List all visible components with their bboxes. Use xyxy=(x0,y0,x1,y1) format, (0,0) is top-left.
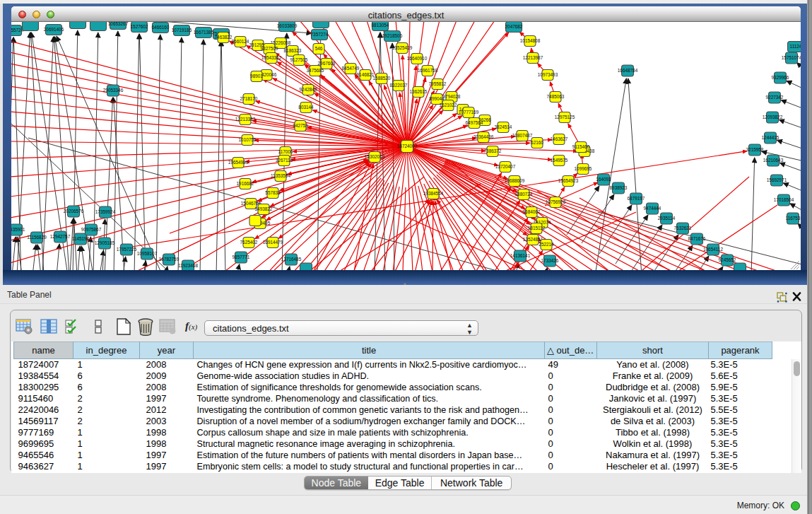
svg-text:12093822: 12093822 xyxy=(763,115,783,119)
svg-text:13525419: 13525419 xyxy=(392,45,413,50)
svg-text:16961758: 16961758 xyxy=(418,68,438,73)
svg-text:19218506: 19218506 xyxy=(382,33,403,38)
svg-text:8813054: 8813054 xyxy=(372,23,389,28)
svg-text:14136141: 14136141 xyxy=(510,253,531,258)
svg-text:3475685: 3475685 xyxy=(307,68,324,73)
svg-text:18724007: 18724007 xyxy=(397,144,418,148)
svg-text:8471676: 8471676 xyxy=(688,236,706,241)
svg-text:62160: 62160 xyxy=(531,140,543,145)
svg-text:1145194: 1145194 xyxy=(72,236,90,241)
svg-text:1916682: 1916682 xyxy=(237,181,254,186)
svg-text:7625402: 7625402 xyxy=(240,240,258,245)
svg-text:8322037: 8322037 xyxy=(390,83,408,88)
svg-text:10756928: 10756928 xyxy=(546,199,566,204)
svg-text:1463627: 1463627 xyxy=(551,136,568,141)
svg-text:19654983: 19654983 xyxy=(228,160,249,165)
svg-text:1244415: 1244415 xyxy=(762,135,779,140)
svg-text:11353594: 11353594 xyxy=(271,173,290,178)
svg-text:164093: 164093 xyxy=(596,177,611,182)
svg-text:803144: 803144 xyxy=(298,105,314,110)
svg-text:8186323: 8186323 xyxy=(284,48,302,53)
svg-text:10777169: 10777169 xyxy=(459,110,479,115)
svg-text:12975125: 12975125 xyxy=(555,115,575,119)
svg-text:1435901: 1435901 xyxy=(11,227,25,232)
svg-text:9327509: 9327509 xyxy=(261,46,278,51)
svg-text:12942757: 12942757 xyxy=(50,234,71,239)
svg-text:10807487: 10807487 xyxy=(512,133,533,138)
svg-text:557833: 557833 xyxy=(265,190,281,195)
svg-text:6879197: 6879197 xyxy=(628,196,645,201)
svg-text:2967608: 2967608 xyxy=(318,61,336,66)
svg-text:15692971: 15692971 xyxy=(767,177,787,182)
svg-text:12905185: 12905185 xyxy=(95,240,115,245)
svg-text:16210643: 16210643 xyxy=(763,158,784,163)
svg-text:13720407: 13720407 xyxy=(495,164,516,169)
svg-text:1010755: 1010755 xyxy=(239,137,257,142)
svg-text:16671385: 16671385 xyxy=(194,30,214,35)
svg-text:7485063: 7485063 xyxy=(547,94,565,99)
svg-text:12213987: 12213987 xyxy=(523,55,543,60)
svg-text:1099695: 1099695 xyxy=(575,166,592,171)
svg-text:3267110: 3267110 xyxy=(276,158,293,163)
svg-text:9794028: 9794028 xyxy=(443,94,461,99)
svg-text:2935114: 2935114 xyxy=(658,216,676,221)
svg-text:8660124: 8660124 xyxy=(232,39,249,44)
svg-text:2047682: 2047682 xyxy=(505,24,523,29)
svg-text:10973493: 10973493 xyxy=(538,72,558,77)
svg-text:16640910: 16640910 xyxy=(407,56,428,61)
svg-text:546: 546 xyxy=(315,46,323,51)
svg-text:9127505: 9127505 xyxy=(290,57,308,62)
svg-text:10154808: 10154808 xyxy=(520,38,541,43)
svg-text:6497564: 6497564 xyxy=(466,120,483,125)
svg-text:16033809: 16033809 xyxy=(277,23,298,28)
svg-text:16914479: 16914479 xyxy=(263,240,283,245)
svg-text:11124: 11124 xyxy=(790,44,801,49)
svg-text:9684067: 9684067 xyxy=(523,209,541,214)
svg-text:6466160: 6466160 xyxy=(152,25,170,30)
svg-text:1880724: 1880724 xyxy=(515,192,533,197)
svg-text:8938923: 8938923 xyxy=(610,185,628,190)
svg-text:9242848: 9242848 xyxy=(300,87,317,92)
svg-text:11156829: 11156829 xyxy=(27,235,47,240)
svg-text:90975867: 90975867 xyxy=(81,227,102,232)
svg-text:15751074: 15751074 xyxy=(782,55,801,60)
svg-text:10688609: 10688609 xyxy=(505,178,525,183)
svg-text:16648784: 16648784 xyxy=(618,68,638,73)
svg-text:1362615: 1362615 xyxy=(410,89,428,94)
svg-text:15302013: 15302013 xyxy=(365,154,385,159)
svg-text:1527602: 1527602 xyxy=(131,24,148,29)
svg-text:98901: 98901 xyxy=(250,74,263,78)
svg-text:1549575: 1549575 xyxy=(551,158,568,163)
svg-text:3215958: 3215958 xyxy=(746,147,764,152)
svg-text:2718170: 2718170 xyxy=(240,96,258,101)
svg-text:9245652: 9245652 xyxy=(719,257,736,262)
svg-text:9146821: 9146821 xyxy=(357,72,375,77)
svg-text:16782759: 16782759 xyxy=(159,257,180,262)
svg-text:20364436: 20364436 xyxy=(473,134,494,139)
svg-text:10719185: 10719185 xyxy=(172,28,192,33)
svg-text:13524851: 13524851 xyxy=(523,237,543,242)
svg-text:13654923: 13654923 xyxy=(558,178,579,183)
svg-text:8454749: 8454749 xyxy=(342,66,360,71)
svg-text:1815112: 1815112 xyxy=(528,226,546,230)
svg-text:10958107: 10958107 xyxy=(137,251,158,256)
svg-text:3493822: 3493822 xyxy=(255,206,273,211)
svg-text:17957225: 17957225 xyxy=(117,247,137,252)
svg-text:1621022: 1621022 xyxy=(440,103,457,107)
svg-text:252214: 252214 xyxy=(539,242,554,247)
svg-text:9227342: 9227342 xyxy=(766,95,784,100)
svg-text:19384554: 19384554 xyxy=(423,191,444,196)
svg-text:11923468: 11923468 xyxy=(178,263,198,268)
svg-text:9329966: 9329966 xyxy=(772,75,789,80)
svg-text:13716485: 13716485 xyxy=(281,257,302,262)
svg-text:7463822: 7463822 xyxy=(215,35,233,40)
svg-text:117006: 117006 xyxy=(278,149,293,154)
svg-text:7632621: 7632621 xyxy=(674,226,692,230)
svg-text:942753: 942753 xyxy=(293,123,308,128)
svg-text:29053346: 29053346 xyxy=(103,88,124,93)
svg-text:10653267: 10653267 xyxy=(108,22,129,26)
svg-text:7386372: 7386372 xyxy=(484,148,502,153)
svg-text:9474444: 9474444 xyxy=(644,206,661,211)
svg-text:7357274: 7357274 xyxy=(311,32,329,37)
svg-text:7955812: 7955812 xyxy=(429,81,447,86)
